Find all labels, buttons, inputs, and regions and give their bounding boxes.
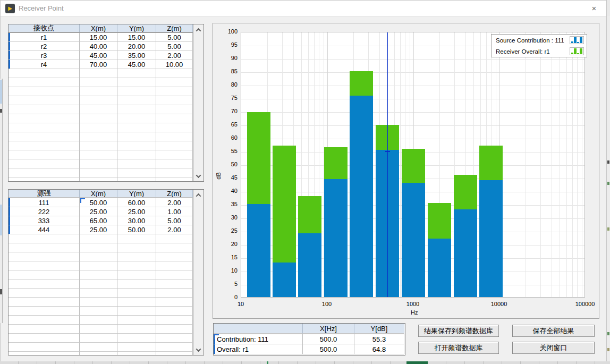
table-row[interactable] — [9, 280, 193, 289]
table-row[interactable] — [9, 298, 193, 307]
scroll-up-icon[interactable] — [193, 191, 204, 199]
table-cell[interactable] — [117, 234, 156, 243]
table-cell[interactable] — [80, 261, 117, 270]
table-cell[interactable] — [80, 159, 117, 168]
table-cell[interactable]: 222 — [9, 207, 80, 216]
table-cell[interactable] — [117, 87, 156, 96]
table-cell[interactable] — [9, 168, 80, 177]
table-cell[interactable] — [117, 177, 156, 182]
table-row[interactable] — [9, 69, 193, 78]
table-cell[interactable] — [9, 352, 80, 355]
table-cell[interactable] — [117, 270, 156, 280]
table-cell[interactable] — [9, 105, 80, 114]
legend-item-contribution[interactable]: Source Contribution : 111 — [492, 35, 587, 46]
table-cell[interactable] — [156, 316, 193, 325]
table-row[interactable]: r115.0015.005.00 — [9, 33, 193, 42]
table-cell[interactable] — [9, 96, 80, 105]
table-cell[interactable] — [156, 123, 193, 132]
table-cell[interactable]: 15.00 — [80, 33, 117, 42]
table-cell[interactable] — [80, 298, 117, 307]
open-spectrum-db-button[interactable]: 打开频谱数据库 — [418, 342, 499, 354]
table-cell[interactable] — [117, 96, 156, 105]
table-cell[interactable] — [9, 243, 80, 252]
table-cell[interactable] — [156, 307, 193, 316]
table-cell[interactable] — [80, 78, 117, 87]
table-cell[interactable] — [156, 243, 193, 252]
table-cell[interactable]: 60.00 — [117, 198, 156, 207]
table-row[interactable] — [9, 334, 193, 343]
table-cell[interactable]: 111 — [9, 198, 80, 207]
table-cell[interactable] — [80, 69, 117, 78]
table-cell[interactable] — [80, 150, 117, 159]
table-cell[interactable] — [80, 325, 117, 334]
table-cell[interactable] — [80, 168, 117, 177]
table-cell[interactable]: 45.00 — [117, 60, 156, 69]
table-cell[interactable] — [156, 69, 193, 78]
table-cell[interactable]: 70.00 — [80, 60, 117, 69]
close-window-button[interactable]: 关闭窗口 — [512, 342, 595, 354]
table-cell[interactable] — [117, 261, 156, 270]
scroll-down-icon[interactable] — [193, 345, 204, 354]
table-cell[interactable] — [9, 150, 80, 159]
table-cell[interactable] — [80, 280, 117, 289]
table-cell[interactable] — [117, 298, 156, 307]
close-icon[interactable]: × — [588, 3, 600, 14]
table-cell[interactable] — [117, 114, 156, 123]
table-cell[interactable] — [9, 252, 80, 261]
table-cell[interactable] — [156, 270, 193, 280]
table-cell[interactable] — [117, 252, 156, 261]
table-row[interactable] — [9, 307, 193, 316]
table-cell[interactable] — [9, 132, 80, 141]
table-row[interactable] — [9, 316, 193, 325]
table-row[interactable]: r240.0020.005.00 — [9, 42, 193, 51]
table-row[interactable] — [9, 270, 193, 280]
table-cell[interactable]: 333 — [9, 216, 80, 225]
table-cell[interactable] — [9, 114, 80, 123]
table-cell[interactable]: 5.00 — [156, 42, 193, 51]
table-cell[interactable] — [9, 87, 80, 96]
table-cell[interactable] — [117, 243, 156, 252]
table-cell[interactable]: 5.00 — [156, 33, 193, 42]
table-cell[interactable] — [117, 289, 156, 298]
table-row[interactable]: 33365.0030.005.00 — [9, 216, 193, 225]
table-cell[interactable] — [80, 252, 117, 261]
table-cell[interactable]: 45.00 — [80, 51, 117, 60]
table-cell[interactable]: r2 — [9, 42, 80, 51]
table-cell[interactable] — [156, 280, 193, 289]
cursor-line[interactable] — [387, 32, 388, 298]
table-cell[interactable]: 25.00 — [80, 207, 117, 216]
table-row[interactable] — [9, 352, 193, 355]
table-row[interactable]: 22225.0025.001.00 — [9, 207, 193, 216]
table-cell[interactable] — [80, 334, 117, 343]
cursor-crosshair[interactable] — [385, 151, 390, 152]
table-cell[interactable]: 50.00 — [117, 225, 156, 234]
table-cell[interactable] — [117, 343, 156, 352]
table-cell[interactable]: 5.00 — [156, 216, 193, 225]
table-cell[interactable]: r3 — [9, 51, 80, 60]
table-row[interactable] — [9, 96, 193, 105]
table-cell[interactable] — [9, 334, 80, 343]
table-cell[interactable] — [9, 325, 80, 334]
table-row[interactable] — [9, 141, 193, 150]
table-cell[interactable]: 25.00 — [80, 225, 117, 234]
table-cell[interactable]: 444 — [9, 225, 80, 234]
table-cell[interactable]: Contribution: 111 — [214, 334, 303, 344]
table-cell[interactable] — [117, 105, 156, 114]
table-cell[interactable]: r4 — [9, 60, 80, 69]
table-cell[interactable] — [9, 177, 80, 182]
table-cell[interactable] — [9, 141, 80, 150]
table-cell[interactable] — [156, 334, 193, 343]
table-cell[interactable]: 1.00 — [156, 207, 193, 216]
table-row[interactable]: r345.0035.002.00 — [9, 51, 193, 60]
table-cell[interactable]: 2.00 — [156, 198, 193, 207]
table-cell[interactable] — [156, 105, 193, 114]
table-cell[interactable] — [80, 307, 117, 316]
table-row[interactable] — [9, 261, 193, 270]
table-cell[interactable]: 50.00 — [80, 198, 117, 207]
save-to-spectrum-db-button[interactable]: 结果保存到频谱数据库 — [418, 325, 499, 337]
table-cell[interactable]: 500.0 — [303, 344, 354, 354]
table-row[interactable] — [9, 132, 193, 141]
table-cell[interactable]: 35.00 — [117, 51, 156, 60]
table-row[interactable]: 11150.0060.002.00 — [9, 198, 193, 207]
table-cell[interactable] — [117, 123, 156, 132]
